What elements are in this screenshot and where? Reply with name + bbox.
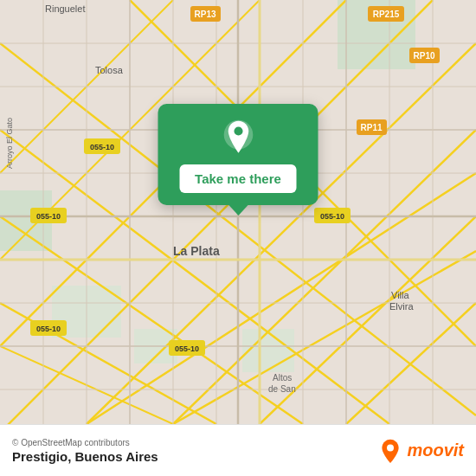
svg-point-73 [387, 444, 394, 451]
svg-text:055-10: 055-10 [175, 344, 199, 353]
svg-text:de San: de San [268, 384, 296, 394]
location-name: Prestigio, Buenos Aires [12, 449, 158, 464]
moovit-logo[interactable]: moovit [378, 439, 464, 463]
moovit-pin-icon [378, 439, 402, 463]
location-pin-icon [220, 119, 256, 156]
svg-text:055-10: 055-10 [36, 212, 61, 221]
bottom-left: © OpenStreetMap contributors Prestigio, … [12, 438, 158, 464]
popup-card: Take me there [158, 104, 318, 205]
svg-text:Altos: Altos [273, 373, 292, 383]
svg-text:RP10: RP10 [413, 51, 434, 61]
svg-text:Ringuelet: Ringuelet [45, 3, 85, 14]
moovit-text: moovit [407, 441, 464, 460]
svg-text:055-10: 055-10 [320, 212, 344, 221]
svg-text:RP11: RP11 [360, 123, 382, 132]
svg-text:Arroyo El Gato: Arroyo El Gato [5, 118, 14, 169]
map-container: RP13 RP215 RP10 RP11 055-10 055-10 055-1… [0, 0, 476, 424]
svg-text:RP13: RP13 [194, 10, 215, 19]
svg-text:055-10: 055-10 [90, 143, 114, 151]
svg-text:RP215: RP215 [373, 10, 400, 19]
osm-credit: © OpenStreetMap contributors [12, 438, 158, 447]
svg-text:Villa: Villa [391, 290, 409, 300]
bottom-bar: © OpenStreetMap contributors Prestigio, … [0, 424, 476, 476]
svg-text:Tolosa: Tolosa [95, 65, 124, 75]
svg-text:Elvira: Elvira [389, 301, 414, 312]
take-me-there-button[interactable]: Take me there [179, 164, 297, 193]
svg-text:La Plata: La Plata [173, 244, 220, 258]
svg-text:055-10: 055-10 [36, 325, 61, 333]
svg-point-72 [234, 126, 242, 135]
